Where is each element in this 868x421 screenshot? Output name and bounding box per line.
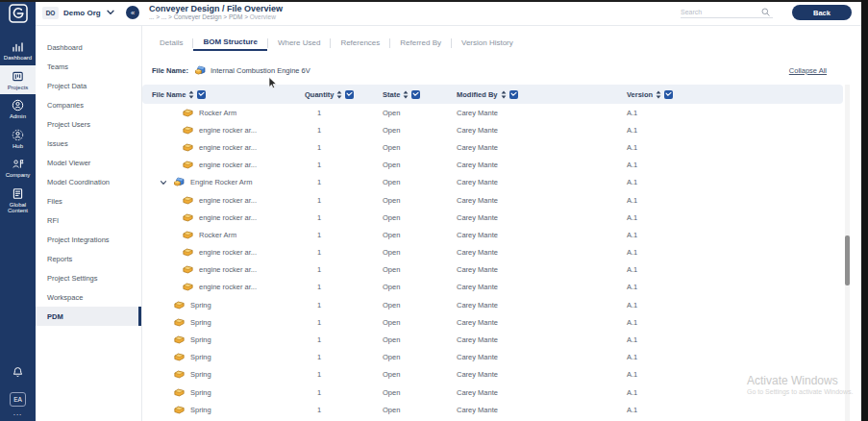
chevron-down-icon[interactable] (107, 10, 114, 15)
row-modified-by: Carey Mante (457, 301, 627, 310)
column-header-label: File Name (152, 90, 186, 99)
assembly-icon (173, 176, 186, 188)
collapse-all-link[interactable]: Collapse All (789, 66, 827, 75)
more-menu-button[interactable]: ... (13, 410, 23, 416)
table-row[interactable]: engine rocker ar... 1 Open Carey Mante A… (142, 209, 843, 226)
table-row[interactable]: Spring 1 Open Carey Mante A.1 (142, 366, 843, 384)
breadcrumb[interactable]: ... > ... > Conveyer Design > PDM > Over… (149, 13, 283, 21)
org-switcher[interactable]: DO Demo Org (36, 7, 126, 19)
sidebar-item-project-settings[interactable]: Project Settings (36, 268, 141, 287)
rail-item-label: Global Content (0, 202, 36, 214)
rail-item-label: Dashboard (4, 55, 32, 62)
table-row[interactable]: Spring 1 Open Carey Mante A.1 (142, 331, 843, 348)
column-header-quantity[interactable]: Quantity (305, 90, 383, 99)
sidebar-item-teams[interactable]: Teams (36, 57, 141, 76)
table-row[interactable]: Spring 1 Open Carey Mante A.1 (142, 401, 843, 418)
table-row[interactable]: Engine Rocker Arm 1 Open Carey Mante A.1 (142, 174, 843, 191)
sort-icon[interactable] (336, 90, 342, 99)
table-row[interactable]: Spring 1 Open Carey Mante A.1 (142, 349, 843, 366)
search-icon[interactable] (761, 8, 770, 16)
rail-item-dashboard[interactable]: Dashboard (0, 36, 36, 65)
rail-item-hub[interactable]: Hub (0, 124, 36, 154)
row-file-name: engine rocker ar... (199, 196, 257, 205)
column-header-file-name[interactable]: File Name (142, 90, 305, 99)
column-header-version[interactable]: Version (627, 90, 843, 99)
sidebar-collapse-button[interactable]: « (126, 6, 139, 19)
row-state: Open (383, 248, 457, 257)
filter-icon[interactable] (411, 90, 420, 99)
column-header-modified-by[interactable]: Modified By (457, 90, 627, 99)
file-name-cell: Spring (142, 404, 305, 416)
conveyor-logo-icon (9, 4, 28, 23)
row-version: A.1 (627, 109, 843, 117)
rail-item-admin[interactable]: Admin (0, 94, 36, 124)
filter-icon[interactable] (509, 90, 518, 99)
sidebar-item-project-data[interactable]: Project Data (36, 76, 141, 95)
tab-references[interactable]: References (331, 38, 389, 50)
sidebar-item-pdm[interactable]: PDM (36, 307, 141, 326)
search-box[interactable] (681, 8, 773, 18)
tab-details[interactable]: Details (150, 38, 192, 50)
table-row[interactable]: engine rocker ar... 1 Open Carey Mante A… (142, 279, 843, 296)
sidebar-item-model-viewer[interactable]: Model Viewer (36, 153, 141, 172)
sidebar-item-issues[interactable]: Issues (36, 134, 141, 153)
table-row[interactable]: engine rocker ar... 1 Open Carey Mante A… (142, 191, 843, 209)
table-row[interactable]: Rocker Arm 1 Open Carey Mante A.1 (142, 104, 843, 121)
back-button[interactable]: Back (792, 5, 852, 20)
sidebar-item-workspace[interactable]: Workspace (36, 287, 141, 307)
sort-icon[interactable] (501, 90, 507, 99)
vertical-scrollbar[interactable] (845, 85, 850, 421)
table-row[interactable]: engine rocker ar... 1 Open Carey Mante A… (142, 244, 843, 261)
app-logo[interactable] (0, 0, 36, 26)
file-name-cell: Spring (142, 316, 305, 329)
rail-item-label: Hub (12, 143, 23, 150)
row-quantity: 1 (305, 301, 383, 310)
table-row[interactable]: Spring 1 Open Carey Mante A.1 (142, 296, 843, 313)
user-avatar[interactable]: EA (10, 392, 26, 407)
table-row[interactable]: Spring 1 Open Carey Mante A.1 (142, 384, 843, 401)
chevron-down-icon[interactable] (160, 179, 173, 186)
rail-item-projects[interactable]: Projects (0, 65, 36, 95)
bell-icon[interactable] (12, 366, 24, 379)
tab-referred-by[interactable]: Referred By (390, 38, 451, 50)
file-name-cell: engine rocker ar... (142, 246, 305, 259)
sidebar-item-dashboard[interactable]: Dashboard (36, 37, 141, 57)
row-version: A.1 (627, 161, 843, 169)
tab-bom-structure[interactable]: BOM Structure (193, 37, 266, 51)
sidebar-item-rfi[interactable]: RFI (36, 210, 141, 230)
row-version: A.1 (627, 178, 843, 186)
row-modified-by: Carey Mante (457, 109, 627, 117)
rail-item-global-content[interactable]: Global Content (0, 183, 36, 218)
sidebar-item-model-coordination[interactable]: Model Coordination (36, 172, 141, 191)
sort-icon[interactable] (403, 90, 409, 99)
table-row[interactable]: engine rocker ar... 1 Open Carey Mante A… (142, 121, 843, 138)
table-row[interactable]: Spring 1 Open Carey Mante A.1 (142, 313, 843, 331)
sidebar-item-files[interactable]: Files (36, 191, 141, 210)
part-icon (173, 316, 186, 329)
sidebar-item-reports[interactable]: Reports (36, 249, 141, 268)
company-icon (12, 158, 24, 170)
scrollbar-thumb[interactable] (845, 235, 850, 285)
row-version: A.1 (627, 370, 843, 379)
part-icon (182, 141, 194, 154)
row-state: Open (383, 301, 457, 310)
filter-icon[interactable] (345, 90, 354, 99)
filter-icon[interactable] (197, 90, 206, 99)
sidebar-item-companies[interactable]: Companies (36, 95, 141, 114)
sidebar-item-project-integrations[interactable]: Project Integrations (36, 230, 141, 249)
table-row[interactable]: engine rocker ar... 1 Open Carey Mante A… (142, 261, 843, 279)
sort-icon[interactable] (188, 90, 194, 99)
tab-where-used[interactable]: Where Used (268, 38, 330, 50)
table-row[interactable]: Rocker Arm 1 Open Carey Mante A.1 (142, 226, 843, 243)
rail-item-company[interactable]: Company (0, 153, 36, 183)
sort-icon[interactable] (656, 90, 661, 99)
file-name-cell: engine rocker ar... (142, 159, 305, 171)
table-row[interactable]: engine rocker ar... 1 Open Carey Mante A… (142, 157, 843, 174)
table-row[interactable]: engine rocker ar... 1 Open Carey Mante A… (142, 138, 843, 156)
filter-icon[interactable] (664, 90, 673, 99)
row-version: A.1 (627, 231, 843, 239)
sidebar-item-project-users[interactable]: Project Users (36, 114, 141, 134)
column-header-state[interactable]: State (383, 90, 457, 99)
search-input[interactable] (681, 9, 761, 15)
tab-version-history[interactable]: Version History (452, 38, 523, 50)
